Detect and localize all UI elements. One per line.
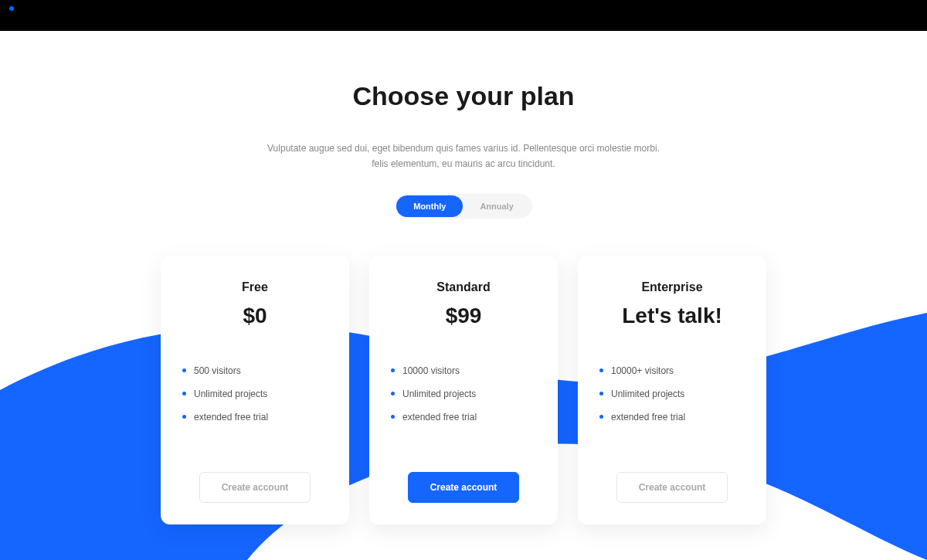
plan-card-free: Free $0 500 visitors Unlimited projects … bbox=[161, 256, 349, 524]
plan-name: Enterprise bbox=[599, 280, 745, 294]
feature-item: 500 visitors bbox=[182, 359, 328, 382]
dot-icon bbox=[9, 6, 14, 11]
plan-price: Let's talk! bbox=[599, 304, 745, 328]
create-account-button[interactable]: Create account bbox=[408, 472, 520, 503]
feature-item: Unlimited projects bbox=[182, 382, 328, 406]
feature-item: extended free trial bbox=[599, 406, 745, 429]
toggle-annually[interactable]: Annualy bbox=[463, 195, 530, 217]
page-heading: Choose your plan bbox=[0, 81, 927, 111]
plan-price: $0 bbox=[182, 304, 328, 328]
create-account-button[interactable]: Create account bbox=[616, 472, 728, 503]
subtitle-line: felis elementum, eu mauris ac arcu tinci… bbox=[372, 158, 555, 169]
plan-card-enterprise: Enterprise Let's talk! 10000+ visitors U… bbox=[578, 256, 766, 524]
feature-list: 10000 visitors Unlimited projects extend… bbox=[391, 359, 536, 429]
feature-item: Unlimited projects bbox=[599, 382, 745, 406]
plan-price: $99 bbox=[391, 304, 536, 328]
plan-name: Free bbox=[182, 280, 328, 294]
feature-item: Unlimited projects bbox=[391, 382, 536, 406]
feature-item: 10000+ visitors bbox=[599, 359, 745, 382]
billing-toggle: Monthly Annualy bbox=[395, 194, 532, 219]
pricing-cards: Free $0 500 visitors Unlimited projects … bbox=[0, 256, 927, 524]
feature-list: 10000+ visitors Unlimited projects exten… bbox=[599, 359, 745, 429]
feature-item: extended free trial bbox=[391, 406, 536, 429]
create-account-button[interactable]: Create account bbox=[199, 472, 311, 503]
plan-card-standard: Standard $99 10000 visitors Unlimited pr… bbox=[369, 256, 558, 524]
feature-item: extended free trial bbox=[182, 406, 328, 429]
feature-list: 500 visitors Unlimited projects extended… bbox=[182, 359, 328, 429]
page-subtitle: Vulputate augue sed dui, eget bibendum q… bbox=[247, 141, 680, 172]
feature-item: 10000 visitors bbox=[391, 359, 536, 382]
toggle-monthly[interactable]: Monthly bbox=[396, 195, 463, 217]
top-bar bbox=[0, 0, 927, 31]
subtitle-line: Vulputate augue sed dui, eget bibendum q… bbox=[267, 143, 660, 154]
plan-name: Standard bbox=[391, 280, 536, 294]
